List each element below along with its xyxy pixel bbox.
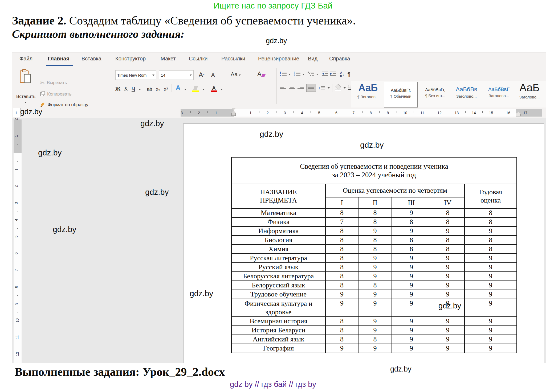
- quarter-grade-cell: 9: [325, 299, 358, 317]
- sort-button[interactable]: Ая ↓: [340, 71, 344, 77]
- ruler-number: 10: [15, 318, 19, 323]
- ruler-tick: [366, 112, 367, 112]
- font-name-select[interactable]: Times New Rom: [115, 70, 156, 80]
- bullets-button[interactable]: [280, 71, 287, 77]
- subject-cell: Всемирная история: [231, 317, 325, 326]
- ruler-number: 15: [489, 111, 493, 115]
- subject-cell: Химия: [231, 245, 325, 254]
- quarter-grade-cell: 9: [431, 226, 464, 236]
- bold-button[interactable]: Ж: [115, 86, 120, 92]
- gdzby-watermark: gdz.by: [190, 289, 213, 298]
- shrink-font-button[interactable]: Аˇ: [211, 72, 216, 78]
- multilevel-list-button[interactable]: [308, 71, 315, 77]
- highlight-button[interactable]: [192, 86, 199, 92]
- text-effects-button[interactable]: А: [176, 84, 181, 92]
- year-grade-cell: 9: [464, 335, 517, 344]
- style-preview: АаБ: [354, 82, 382, 93]
- quarter-grade-cell: 9: [431, 281, 464, 290]
- paste-icon: [20, 69, 31, 85]
- quarter-grade-cell: 9: [431, 290, 464, 299]
- tab-Ссылки[interactable]: Ссылки: [189, 56, 207, 62]
- quarter-grade-cell: 9: [325, 344, 358, 353]
- ruler-tick: [17, 195, 18, 195]
- ruler-number: 12: [15, 352, 19, 356]
- quarter-grade-cell: 9: [358, 263, 392, 272]
- highlight-chevron-icon[interactable]: [202, 89, 205, 90]
- quarter-grade-cell: 8: [358, 245, 392, 254]
- quarter-grade-cell: 8: [392, 217, 431, 226]
- style-item-[interactable]: АаБбВвГг,¶ Без инт...: [420, 82, 450, 107]
- numbering-chevron-icon[interactable]: [302, 74, 304, 75]
- year-grade-cell: 9: [464, 344, 517, 353]
- superscript-button[interactable]: х²: [164, 86, 168, 92]
- tab-Вид[interactable]: Вид: [308, 56, 317, 62]
- change-case-button[interactable]: Аа: [231, 71, 241, 77]
- quarter-grade-cell: 9: [358, 317, 392, 326]
- ruler-number: 10: [403, 111, 407, 115]
- underline-chevron-icon[interactable]: [139, 89, 141, 90]
- quarter-grade-cell: 8: [325, 254, 358, 263]
- tab-Рассылки[interactable]: Рассылки: [221, 56, 245, 62]
- horizontal-ruler[interactable]: 3211234567891011121314151617: [12, 108, 546, 118]
- align-right-button[interactable]: [298, 86, 304, 90]
- underline-button[interactable]: Ч: [132, 86, 135, 92]
- paste-button[interactable]: Вставить: [16, 68, 35, 108]
- ruler-tick: [298, 112, 298, 112]
- align-center-button[interactable]: [289, 86, 295, 90]
- bullets-chevron-icon[interactable]: [288, 74, 291, 75]
- subscript-button[interactable]: х₂: [156, 86, 160, 92]
- ruler-number: 7: [353, 111, 355, 115]
- shading-button[interactable]: [335, 85, 341, 91]
- copy-button[interactable]: Копировать: [40, 91, 72, 97]
- highlight-color-bar: [192, 90, 199, 92]
- quarter-grade-cell: 9: [392, 263, 431, 272]
- first-line-indent-marker[interactable]: [231, 108, 236, 116]
- style-item-[interactable]: АаБЗаголово...: [514, 82, 545, 107]
- quarter-grade-cell: 8: [431, 245, 464, 254]
- quarter-grade-cell: 8: [392, 245, 431, 254]
- tab-selector-button[interactable]: L: [13, 108, 21, 117]
- tab-Макет[interactable]: Макет: [161, 56, 176, 62]
- year-grade-cell: 9: [464, 317, 517, 326]
- gdzby-watermark: gdz.by: [145, 188, 169, 197]
- copy-icon: [40, 91, 45, 97]
- line-spacing-chevron-icon[interactable]: [328, 87, 330, 89]
- align-left-button[interactable]: [280, 86, 286, 90]
- style-item-[interactable]: АаБбВвЗаголово...: [454, 82, 479, 107]
- shading-chevron-icon[interactable]: [344, 87, 346, 89]
- font-color-chevron-icon[interactable]: [221, 89, 223, 90]
- subject-cell: Математика: [231, 208, 325, 217]
- tab-Справка[interactable]: Справка: [329, 56, 350, 62]
- line-spacing-button[interactable]: ↕: [318, 85, 325, 90]
- style-item-[interactable]: АаБбВвГг,¶ Обычный: [384, 82, 418, 108]
- increase-indent-button[interactable]: [330, 71, 336, 77]
- tab-Конструктор[interactable]: Конструктор: [115, 56, 146, 62]
- font-color-button[interactable]: А: [211, 85, 217, 92]
- vertical-ruler[interactable]: 21123456789101112: [14, 119, 22, 363]
- ruler-number: 9: [387, 111, 389, 115]
- italic-button[interactable]: К: [124, 85, 128, 92]
- effects-chevron-icon[interactable]: [184, 89, 186, 90]
- ruler-number: 1: [14, 135, 18, 137]
- tab-Файл[interactable]: Файл: [19, 56, 32, 62]
- ruler-tick: [17, 212, 18, 212]
- ruler-tick: [379, 111, 380, 113]
- tab-Вставка[interactable]: Вставка: [82, 56, 101, 62]
- style-item-[interactable]: АаБ¶ Зоголов...: [354, 82, 382, 107]
- numbering-button[interactable]: 123: [294, 71, 301, 77]
- strikethrough-button[interactable]: ab: [147, 86, 152, 92]
- grow-font-button[interactable]: Аˆ: [199, 71, 204, 79]
- subject-cell: Информатика: [231, 226, 325, 236]
- tab-Главная[interactable]: Главная: [48, 56, 69, 62]
- clear-format-button[interactable]: А: [257, 71, 265, 78]
- quarter-grade-cell: 8: [325, 263, 358, 272]
- decrease-indent-button[interactable]: [322, 71, 328, 77]
- ruler-tick: [17, 145, 18, 145]
- tab-Рецензирование[interactable]: Рецензирование: [258, 56, 299, 62]
- multilevel-chevron-icon[interactable]: [316, 74, 318, 75]
- style-item-[interactable]: АаБбВвГЗаголово...: [484, 82, 514, 107]
- justify-button[interactable]: [306, 84, 316, 92]
- cut-button[interactable]: ✂ Вырезать: [40, 80, 67, 86]
- task-text: Создадим таблицу «Сведения об успеваемос…: [66, 14, 356, 27]
- font-size-select[interactable]: 14: [159, 70, 194, 80]
